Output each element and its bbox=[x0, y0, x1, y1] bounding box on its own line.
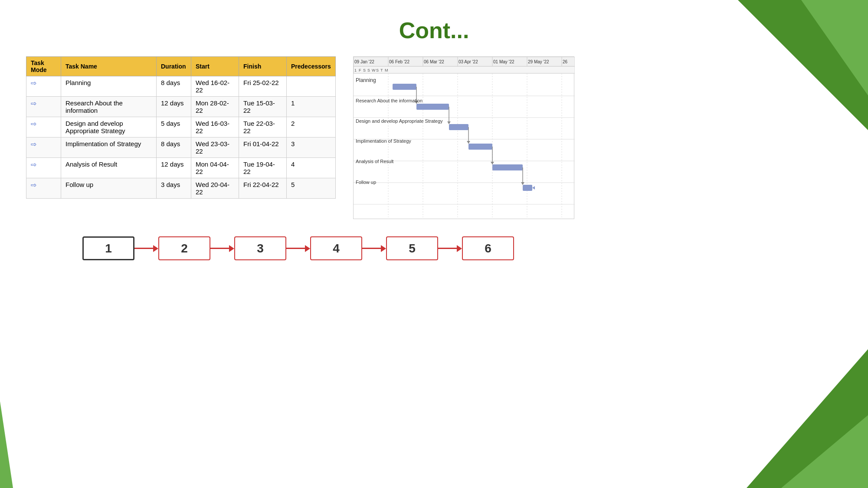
table-row: ⇨ Design and develop Appropriate Strateg… bbox=[26, 117, 336, 138]
col-header-finish: Finish bbox=[239, 57, 287, 76]
task-pred-cell: 5 bbox=[287, 178, 336, 199]
col-header-taskmode: Task Mode bbox=[26, 57, 61, 76]
svg-text:S: S bbox=[363, 68, 366, 72]
task-start-cell: Wed 16-03-22 bbox=[191, 117, 239, 138]
task-finish-cell: Fri 01-04-22 bbox=[239, 138, 287, 158]
svg-text:26: 26 bbox=[563, 59, 568, 64]
task-pred-cell bbox=[287, 76, 336, 97]
task-name-cell: Follow up bbox=[61, 178, 157, 199]
task-mode-cell: ⇨ bbox=[26, 117, 61, 138]
task-duration-cell: 5 days bbox=[157, 117, 191, 138]
task-mode-cell: ⇨ bbox=[26, 178, 61, 199]
task-finish-cell: Tue 15-03-22 bbox=[239, 97, 287, 117]
task-duration-cell: 8 days bbox=[157, 76, 191, 97]
task-pred-cell: 2 bbox=[287, 117, 336, 138]
svg-text:W: W bbox=[372, 68, 376, 72]
task-mode-icon: ⇨ bbox=[31, 181, 36, 189]
svg-text:1: 1 bbox=[354, 68, 357, 72]
svg-text:09 Jan '22: 09 Jan '22 bbox=[354, 59, 374, 64]
sequence-box-5: 5 bbox=[386, 236, 438, 260]
svg-rect-41 bbox=[416, 104, 449, 110]
task-pred-cell: 1 bbox=[287, 97, 336, 117]
task-mode-icon: ⇨ bbox=[31, 79, 36, 87]
sequence-arrow-3 bbox=[286, 248, 310, 249]
svg-text:T: T bbox=[380, 68, 383, 72]
svg-text:Planning: Planning bbox=[356, 77, 376, 83]
sequence-box-3: 3 bbox=[234, 236, 286, 260]
svg-text:Design and develop Appropriate: Design and develop Appropriate Strategy bbox=[356, 118, 443, 124]
task-duration-cell: 12 days bbox=[157, 97, 191, 117]
table-row: ⇨ Follow up 3 days Wed 20-04-22 Fri 22-0… bbox=[26, 178, 336, 199]
col-header-taskname: Task Name bbox=[61, 57, 157, 76]
task-start-cell: Wed 23-03-22 bbox=[191, 138, 239, 158]
task-mode-icon: ⇨ bbox=[31, 161, 36, 168]
svg-marker-47 bbox=[467, 141, 470, 144]
task-finish-cell: Fri 22-04-22 bbox=[239, 178, 287, 199]
svg-text:S: S bbox=[376, 68, 379, 72]
svg-text:Follow up: Follow up bbox=[356, 180, 376, 185]
task-finish-cell: Tue 19-04-22 bbox=[239, 158, 287, 178]
task-name-cell: Implimentation of Strategy bbox=[61, 138, 157, 158]
svg-text:S: S bbox=[367, 68, 370, 72]
table-row: ⇨ Research About the information 12 days… bbox=[26, 97, 336, 117]
col-header-predecessors: Predecessors bbox=[287, 57, 336, 76]
table-row: ⇨ Planning 8 days Wed 16-02-22 Fri 25-02… bbox=[26, 76, 336, 97]
task-pred-cell: 4 bbox=[287, 158, 336, 178]
task-duration-cell: 12 days bbox=[157, 158, 191, 178]
task-duration-cell: 8 days bbox=[157, 138, 191, 158]
svg-text:Analysis of Result: Analysis of Result bbox=[356, 159, 393, 164]
sequence-box-6: 6 bbox=[462, 236, 514, 260]
svg-marker-51 bbox=[491, 162, 494, 164]
task-mode-icon: ⇨ bbox=[31, 120, 36, 128]
task-mode-cell: ⇨ bbox=[26, 97, 61, 117]
svg-rect-53 bbox=[492, 164, 523, 170]
task-name-cell: Analysis of Result bbox=[61, 158, 157, 178]
svg-text:06 Mar '22: 06 Mar '22 bbox=[424, 59, 444, 64]
svg-rect-45 bbox=[449, 124, 468, 130]
sequence-arrow-5 bbox=[438, 248, 462, 249]
task-mode-cell: ⇨ bbox=[26, 76, 61, 97]
task-name-cell: Design and develop Appropriate Strategy bbox=[61, 117, 157, 138]
task-pred-cell: 3 bbox=[287, 138, 336, 158]
gantt-svg: 09 Jan '22 06 Feb '22 06 Mar '22 03 Apr … bbox=[354, 57, 575, 217]
task-mode-icon: ⇨ bbox=[31, 141, 36, 148]
task-start-cell: Mon 28-02-22 bbox=[191, 97, 239, 117]
sequence-box-2: 2 bbox=[158, 236, 210, 260]
task-mode-cell: ⇨ bbox=[26, 158, 61, 178]
task-mode-cell: ⇨ bbox=[26, 138, 61, 158]
col-header-start: Start bbox=[191, 57, 239, 76]
sequence-arrow-2 bbox=[210, 248, 234, 249]
task-mode-icon: ⇨ bbox=[31, 100, 36, 107]
sequence-box-1: 1 bbox=[82, 236, 134, 260]
table-row: ⇨ Analysis of Result 12 days Mon 04-04-2… bbox=[26, 158, 336, 178]
task-name-cell: Research About the information bbox=[61, 97, 157, 117]
task-start-cell: Wed 16-02-22 bbox=[191, 76, 239, 97]
project-table-container: Task Mode Task Name Duration Start Finis… bbox=[26, 56, 336, 199]
svg-rect-37 bbox=[393, 84, 416, 90]
gantt-chart: 09 Jan '22 06 Feb '22 06 Mar '22 03 Apr … bbox=[353, 56, 574, 219]
table-row: ⇨ Implimentation of Strategy 8 days Wed … bbox=[26, 138, 336, 158]
col-header-duration: Duration bbox=[157, 57, 191, 76]
sequence-box-4: 4 bbox=[310, 236, 362, 260]
svg-text:06 Feb '22: 06 Feb '22 bbox=[389, 59, 409, 64]
svg-marker-43 bbox=[447, 121, 451, 124]
task-duration-cell: 3 days bbox=[157, 178, 191, 199]
sequence-arrow-4 bbox=[362, 248, 386, 249]
svg-text:Research About the information: Research About the information bbox=[356, 98, 423, 103]
page-title: Cont... bbox=[26, 17, 842, 43]
svg-text:29 May '22: 29 May '22 bbox=[528, 59, 549, 64]
task-finish-cell: Tue 22-03-22 bbox=[239, 117, 287, 138]
svg-marker-58 bbox=[532, 186, 535, 190]
corner-decoration-bottom-left bbox=[0, 401, 13, 488]
project-table: Task Mode Task Name Duration Start Finis… bbox=[26, 56, 336, 199]
svg-text:Implimentation of Strategy: Implimentation of Strategy bbox=[356, 138, 411, 144]
svg-text:03 Apr '22: 03 Apr '22 bbox=[459, 59, 478, 64]
svg-text:01 May '22: 01 May '22 bbox=[493, 59, 514, 64]
task-finish-cell: Fri 25-02-22 bbox=[239, 76, 287, 97]
svg-rect-49 bbox=[468, 144, 492, 150]
svg-rect-57 bbox=[523, 185, 532, 191]
svg-marker-55 bbox=[521, 182, 524, 185]
sequence-arrow-1 bbox=[134, 248, 158, 249]
sequence-diagram: 123456 bbox=[26, 236, 842, 260]
task-name-cell: Planning bbox=[61, 76, 157, 97]
